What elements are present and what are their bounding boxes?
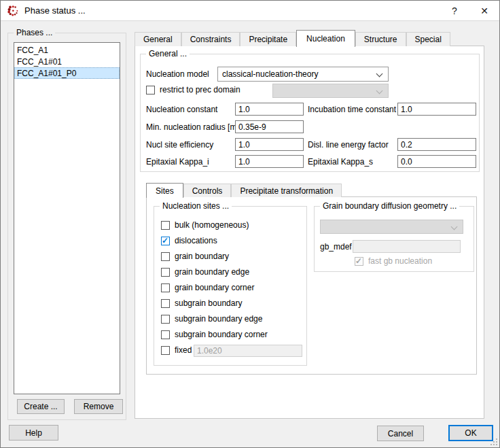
nucleation-tab-panel: General ... Nucleation model classical-n… <box>135 46 484 419</box>
checkbox-row[interactable]: subgrain boundary corner <box>161 330 268 339</box>
min-nucleation-radius-label: Min. nucleation radius [m] <box>146 121 239 134</box>
chevron-down-icon <box>451 224 458 230</box>
chevron-down-icon <box>376 71 383 77</box>
gb-geometry-select <box>320 220 463 234</box>
subgrain-boundary-checkbox[interactable] <box>161 299 170 308</box>
nucleation-constant-input[interactable] <box>235 103 304 116</box>
phases-legend: Phases ... <box>14 28 55 37</box>
dislocations-checkbox[interactable] <box>161 237 170 245</box>
phases-list[interactable]: FCC_A1 FCC_A1#01 FCC_A1#01_P0 <box>14 42 120 394</box>
subgrain-boundary-corner-checkbox[interactable] <box>161 330 170 339</box>
nucleation-sites-group: Nucleation sites ... bulk (homogeneous) … <box>154 206 307 366</box>
nucleation-model-select[interactable]: classical-nucleation-theory <box>217 67 389 82</box>
incubation-time-constant-input[interactable] <box>397 103 476 116</box>
sites-tab-panel: Nucleation sites ... bulk (homogeneous) … <box>146 196 477 375</box>
phases-group: Phases ... FCC_A1 FCC_A1#01 FCC_A1#01_P0… <box>7 33 126 420</box>
gb-mdef-label: gb_mdef <box>320 241 352 254</box>
checkbox-row[interactable]: dislocations <box>161 236 217 245</box>
checkbox-row[interactable]: grain boundary edge <box>161 267 249 277</box>
fixed-value-input <box>194 345 302 357</box>
epitaxial-kappa-i-input[interactable] <box>235 155 304 168</box>
epitaxial-kappa-i-label: Epitaxial Kappa_i <box>146 156 209 169</box>
restrict-prec-domain-row[interactable]: restrict to prec domain <box>146 85 240 94</box>
list-item[interactable]: FCC_A1 <box>14 44 120 56</box>
checkbox-row[interactable]: subgrain boundary <box>161 298 242 308</box>
fast-gb-nucleation-checkbox <box>355 257 363 266</box>
disl-line-energy-factor-input[interactable] <box>397 138 476 151</box>
tab-constraints[interactable]: Constraints <box>181 32 240 46</box>
epitaxial-kappa-s-label: Epitaxial Kappa_s <box>308 156 373 169</box>
checkbox-row[interactable]: fixed <box>161 345 192 355</box>
main-tab-bar: General Constraints Precipitate Nucleati… <box>135 29 450 46</box>
title-bar: Phase status ... ? ✕ <box>1 1 499 21</box>
gb-mdef-input <box>353 240 461 253</box>
checkbox-row[interactable]: bulk (homogeneous) <box>161 220 249 230</box>
restrict-prec-domain-label: restrict to prec domain <box>160 85 240 94</box>
list-item[interactable]: FCC_A1#01 <box>14 56 120 67</box>
nucleation-constant-label: Nucleation constant <box>146 103 217 116</box>
grain-boundary-edge-checkbox[interactable] <box>161 268 170 277</box>
help-button[interactable]: Help <box>9 425 58 441</box>
nucl-site-efficiency-label: Nucl site efficiency <box>146 139 213 152</box>
list-item[interactable]: FCC_A1#01_P0 <box>14 67 120 79</box>
subtab-sites[interactable]: Sites <box>146 183 183 198</box>
general-legend: General ... <box>146 49 190 58</box>
tab-structure[interactable]: Structure <box>355 32 406 46</box>
fast-gb-nucleation-label: fast gb nucleation <box>368 256 432 266</box>
incubation-time-constant-label: Incubation time constant <box>308 103 396 116</box>
help-titlebar-button[interactable]: ? <box>440 1 469 20</box>
restrict-prec-domain-checkbox[interactable] <box>146 86 155 94</box>
checkbox-row[interactable]: subgrain boundary edge <box>161 314 262 324</box>
nucleation-sites-legend: Nucleation sites ... <box>160 201 232 211</box>
nucleation-model-value: classical-nucleation-theory <box>222 69 318 79</box>
close-icon[interactable]: ✕ <box>469 1 499 20</box>
subtab-controls[interactable]: Controls <box>183 184 232 197</box>
checkbox-row[interactable]: grain boundary <box>161 252 229 261</box>
tab-general[interactable]: General <box>135 32 181 46</box>
remove-button[interactable]: Remove <box>74 399 123 414</box>
bulk-homogeneous-checkbox[interactable] <box>161 221 170 230</box>
nucleation-model-label: Nucleation model <box>146 68 209 81</box>
chevron-down-icon <box>376 88 383 94</box>
grain-boundary-corner-checkbox[interactable] <box>161 283 170 292</box>
nucl-site-efficiency-input[interactable] <box>235 138 304 151</box>
window-title: Phase status ... <box>24 5 86 16</box>
tab-precipitate[interactable]: Precipitate <box>240 32 296 46</box>
resize-grip[interactable] <box>490 438 497 445</box>
subtab-precipitate-transformation[interactable]: Precipitate transformation <box>231 184 342 197</box>
sites-tab-bar: Sites Controls Precipitate transformatio… <box>146 182 342 197</box>
tab-nucleation[interactable]: Nucleation <box>296 30 355 47</box>
cancel-button[interactable]: Cancel <box>377 426 424 441</box>
create-button[interactable]: Create ... <box>17 399 65 414</box>
matcalc-logo-icon <box>7 5 19 17</box>
ok-button[interactable]: OK <box>448 425 493 441</box>
phase-status-dialog: Phase status ... ? ✕ Phases ... FCC_A1 F… <box>0 0 500 448</box>
grain-boundary-checkbox[interactable] <box>161 252 170 261</box>
fixed-checkbox[interactable] <box>161 346 170 355</box>
gb-diffusion-geometry-group: Grain boundary diffusion geometry ... gb… <box>314 206 474 272</box>
general-group: General ... Nucleation model classical-n… <box>140 54 480 172</box>
subgrain-boundary-edge-checkbox[interactable] <box>161 315 170 324</box>
min-nucleation-radius-input[interactable] <box>235 120 304 133</box>
prec-domain-select <box>272 84 389 98</box>
disl-line-energy-factor-label: Disl. line energy factor <box>308 139 389 152</box>
fast-gb-nucleation-row: fast gb nucleation <box>355 256 432 266</box>
epitaxial-kappa-s-input[interactable] <box>397 155 476 168</box>
gb-diffusion-geometry-legend: Grain boundary diffusion geometry ... <box>320 201 459 211</box>
tab-special[interactable]: Special <box>406 32 450 46</box>
checkbox-row[interactable]: grain boundary corner <box>161 283 254 292</box>
